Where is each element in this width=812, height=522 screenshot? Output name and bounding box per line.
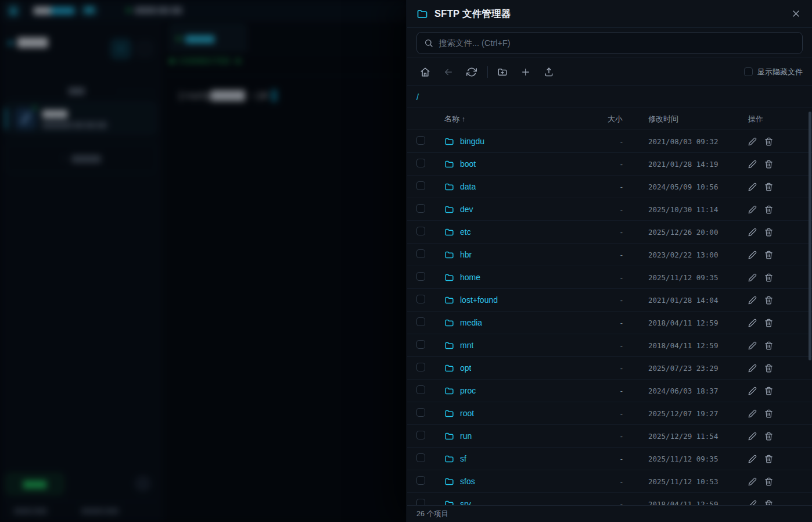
delete-button[interactable] [764,183,773,191]
delete-button[interactable] [764,296,773,305]
rename-button[interactable] [748,296,757,305]
rename-button[interactable] [748,432,757,441]
rename-button[interactable] [748,387,757,395]
search-box[interactable] [416,32,803,54]
file-name-link[interactable]: hbr [460,250,472,259]
delete-button[interactable] [764,137,773,146]
row-checkbox[interactable] [416,181,425,190]
file-name-link[interactable]: run [460,431,472,441]
delete-button[interactable] [764,409,773,418]
new-folder-button[interactable] [494,63,511,81]
table-row[interactable]: hbr - 2023/02/22 13:00 [407,244,812,266]
file-name-link[interactable]: home [460,273,480,282]
table-row[interactable]: sf - 2025/11/12 09:35 [407,448,812,470]
file-name-link[interactable]: dev [460,205,473,214]
row-checkbox[interactable] [416,295,425,303]
row-checkbox[interactable] [416,431,425,439]
delete-button[interactable] [764,432,773,441]
new-file-button[interactable] [517,63,534,81]
file-name-link[interactable]: srv [460,499,471,505]
row-checkbox[interactable] [416,136,425,145]
home-button[interactable] [416,63,434,81]
file-name-link[interactable]: media [460,318,482,327]
rename-button[interactable] [748,500,757,506]
delete-button[interactable] [764,387,773,395]
row-checkbox[interactable] [416,385,425,394]
table-row[interactable]: media - 2018/04/11 12:59 [407,312,812,334]
scrollbar[interactable] [809,112,811,503]
column-modified[interactable]: 修改时间 [623,114,745,124]
upload-button[interactable] [540,63,558,81]
file-name-link[interactable]: boot [460,159,476,169]
modal-backdrop[interactable] [0,0,407,522]
delete-button[interactable] [764,455,773,463]
rename-button[interactable] [748,251,757,259]
row-checkbox[interactable] [416,408,425,417]
row-checkbox[interactable] [416,453,425,462]
delete-button[interactable] [764,228,773,237]
rename-button[interactable] [748,205,757,214]
row-checkbox[interactable] [416,204,425,213]
scrollbar-thumb[interactable] [809,112,811,360]
table-row[interactable]: root - 2025/12/07 19:27 [407,402,812,425]
rename-button[interactable] [748,477,757,486]
row-checkbox[interactable] [416,159,425,167]
table-row[interactable]: sfos - 2025/11/12 10:53 [407,470,812,493]
file-name-link[interactable]: etc [460,227,471,237]
table-row[interactable]: boot - 2021/01/28 14:19 [407,153,812,176]
file-name-link[interactable]: proc [460,386,476,395]
row-checkbox[interactable] [416,476,425,485]
rename-button[interactable] [748,341,757,350]
delete-button[interactable] [764,341,773,350]
row-checkbox[interactable] [416,340,425,349]
table-row[interactable]: opt - 2025/07/23 23:29 [407,357,812,380]
table-row[interactable]: etc - 2025/12/26 20:00 [407,221,812,244]
breadcrumb[interactable]: / [407,86,812,108]
rename-button[interactable] [748,137,757,146]
table-row[interactable]: home - 2025/11/12 09:35 [407,266,812,289]
show-hidden-toggle[interactable]: 显示隐藏文件 [744,67,803,77]
file-name-link[interactable]: bingdu [460,137,484,146]
file-name-link[interactable]: root [460,409,474,418]
back-button[interactable] [440,63,457,81]
show-hidden-checkbox[interactable] [744,67,753,76]
delete-button[interactable] [764,160,773,169]
file-name-link[interactable]: sfos [460,477,475,486]
rename-button[interactable] [748,409,757,418]
rename-button[interactable] [748,273,757,282]
table-row[interactable]: proc - 2024/06/03 18:37 [407,380,812,402]
delete-button[interactable] [764,205,773,214]
table-row[interactable]: run - 2025/12/29 11:54 [407,425,812,448]
table-row[interactable]: bingdu - 2021/08/03 09:32 [407,130,812,153]
row-checkbox[interactable] [416,272,425,281]
delete-button[interactable] [764,500,773,506]
table-row[interactable]: data - 2024/05/09 10:56 [407,176,812,198]
column-size[interactable]: 大小 [582,114,623,124]
rename-button[interactable] [748,183,757,191]
rename-button[interactable] [748,319,757,327]
table-row[interactable]: dev - 2025/10/30 11:14 [407,198,812,221]
file-name-link[interactable]: sf [460,454,466,463]
close-button[interactable] [789,7,803,21]
row-checkbox[interactable] [416,227,425,235]
column-name[interactable]: 名称 ↑ [444,114,582,124]
file-name-link[interactable]: data [460,182,476,191]
table-row[interactable]: srv - 2018/04/11 12:59 [407,493,812,505]
rename-button[interactable] [748,228,757,237]
rename-button[interactable] [748,364,757,373]
delete-button[interactable] [764,251,773,259]
file-name-link[interactable]: opt [460,363,471,373]
table-row[interactable]: mnt - 2018/04/11 12:59 [407,334,812,357]
search-input[interactable] [439,38,795,48]
refresh-button[interactable] [463,63,480,81]
delete-button[interactable] [764,477,773,486]
table-row[interactable]: lost+found - 2021/01/28 14:04 [407,289,812,312]
delete-button[interactable] [764,364,773,373]
rename-button[interactable] [748,455,757,463]
row-checkbox[interactable] [416,499,425,506]
row-checkbox[interactable] [416,317,425,326]
delete-button[interactable] [764,273,773,282]
file-name-link[interactable]: lost+found [460,295,498,305]
file-name-link[interactable]: mnt [460,341,473,350]
delete-button[interactable] [764,319,773,327]
